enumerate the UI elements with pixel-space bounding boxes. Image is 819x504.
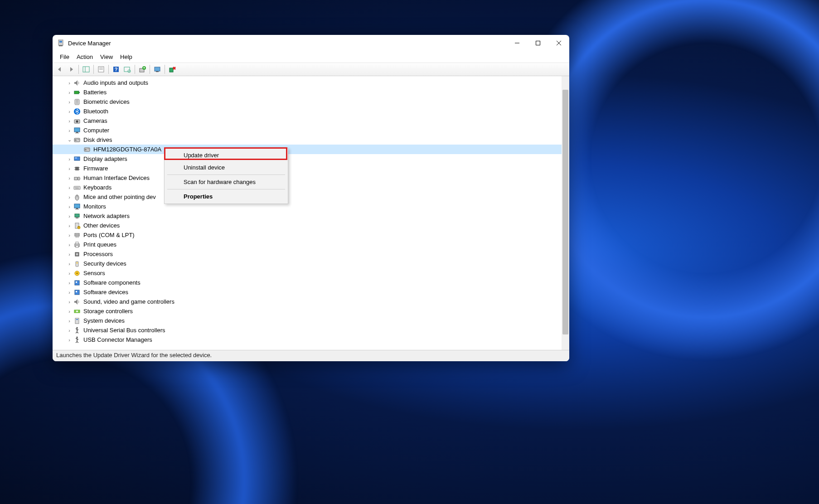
enable-device-button[interactable]: [152, 64, 163, 75]
chevron-icon[interactable]: ›: [66, 118, 73, 124]
tree-category[interactable]: ›Keyboards: [53, 183, 569, 192]
tree-device[interactable]: HFM128GDGTNG-87A0A: [53, 145, 569, 154]
menu-view[interactable]: View: [97, 53, 116, 61]
chevron-icon[interactable]: ›: [66, 261, 73, 267]
titlebar[interactable]: Device Manager: [53, 35, 569, 51]
tree-category[interactable]: ›USB Connector Managers: [53, 335, 569, 344]
tree-category[interactable]: ›Monitors: [53, 202, 569, 211]
svg-rect-48: [78, 187, 78, 188]
context-menu-separator: [167, 189, 285, 189]
tree-category[interactable]: ›Software components: [53, 278, 569, 287]
chevron-icon[interactable]: ›: [66, 128, 73, 133]
chevron-icon[interactable]: ›: [66, 166, 73, 171]
context-menu-item[interactable]: Uninstall device: [165, 161, 287, 174]
menu-action[interactable]: Action: [73, 53, 97, 61]
app-icon: [57, 39, 64, 47]
chevron-icon[interactable]: ›: [66, 271, 73, 276]
chevron-icon[interactable]: ›: [66, 213, 73, 219]
update-driver-button[interactable]: [137, 64, 148, 75]
chevron-icon[interactable]: ›: [66, 109, 73, 114]
tree-category[interactable]: ›Mice and other pointing dev: [53, 192, 569, 202]
tree-category[interactable]: ⌄Disk drives: [53, 135, 569, 145]
svg-rect-54: [75, 209, 79, 209]
tree-category[interactable]: ›Batteries: [53, 87, 569, 97]
chevron-icon[interactable]: ›: [66, 156, 73, 162]
tree-category[interactable]: ›Security devices: [53, 259, 569, 268]
chevron-icon[interactable]: ›: [66, 223, 73, 228]
tree-category[interactable]: ›Human Interface Devices: [53, 173, 569, 183]
tree-label: HFM128GDGTNG-87A0A: [93, 146, 161, 153]
tree-category[interactable]: ›Sensors: [53, 268, 569, 278]
tree-category[interactable]: ›Computer: [53, 126, 569, 135]
forward-button[interactable]: [66, 64, 77, 75]
chevron-icon[interactable]: ›: [66, 252, 73, 257]
tree-category[interactable]: ›Firmware: [53, 164, 569, 173]
chevron-icon[interactable]: ›: [66, 280, 73, 286]
tree-label: Display adapters: [83, 155, 127, 162]
chevron-icon[interactable]: ›: [66, 90, 73, 95]
tree-label: Computer: [83, 127, 109, 134]
minimize-button[interactable]: [507, 35, 528, 51]
tree-category[interactable]: ›Ports (COM & LPT): [53, 230, 569, 240]
properties-button[interactable]: [96, 64, 107, 75]
tree-category[interactable]: ›Print queues: [53, 240, 569, 249]
chevron-icon[interactable]: ›: [66, 204, 73, 209]
device-tree[interactable]: ›Audio inputs and outputs›Batteries›Biom…: [53, 76, 569, 350]
scrollbar-thumb[interactable]: [562, 90, 568, 334]
scan-hardware-button[interactable]: [122, 64, 133, 75]
tree-category[interactable]: ›Audio inputs and outputs: [53, 78, 569, 87]
chevron-icon[interactable]: ›: [66, 99, 73, 105]
tree-category[interactable]: ›Storage controllers: [53, 306, 569, 316]
speaker-icon: [73, 79, 81, 87]
chevron-icon[interactable]: ›: [66, 80, 73, 86]
tree-category[interactable]: ›?Other devices: [53, 221, 569, 230]
tree-category[interactable]: ›Bluetooth: [53, 107, 569, 116]
tree-category[interactable]: ›Network adapters: [53, 211, 569, 221]
chevron-icon[interactable]: ›: [66, 185, 73, 190]
tree-category[interactable]: ›Display adapters: [53, 154, 569, 164]
tree-category[interactable]: ›System devices: [53, 316, 569, 325]
chevron-icon[interactable]: ›: [66, 309, 73, 314]
tree-category[interactable]: ›Universal Serial Bus controllers: [53, 325, 569, 335]
show-hide-tree-button[interactable]: [81, 64, 92, 75]
chevron-icon[interactable]: ›: [66, 233, 73, 238]
tree-category[interactable]: ›Processors: [53, 249, 569, 259]
close-button[interactable]: [548, 35, 569, 51]
help-button[interactable]: ?: [111, 64, 121, 75]
chevron-icon[interactable]: ›: [66, 175, 73, 181]
context-menu-item[interactable]: Scan for hardware changes: [165, 176, 287, 188]
svg-point-26: [76, 120, 78, 122]
uninstall-device-button[interactable]: [167, 64, 178, 75]
chevron-icon[interactable]: ›: [66, 290, 73, 295]
chevron-icon[interactable]: ›: [66, 318, 73, 324]
context-menu-item[interactable]: Properties: [165, 190, 287, 203]
chevron-icon[interactable]: ›: [66, 337, 73, 343]
svg-rect-19: [156, 71, 159, 72]
scrollbar[interactable]: [562, 76, 569, 350]
chevron-icon[interactable]: ›: [66, 242, 73, 247]
maximize-button[interactable]: [528, 35, 548, 51]
device-manager-window: Device Manager File Action View Help ? ›…: [53, 35, 569, 361]
menubar: File Action View Help: [53, 51, 569, 63]
svg-rect-67: [76, 253, 78, 255]
chevron-icon[interactable]: ›: [66, 299, 73, 305]
menu-help[interactable]: Help: [116, 53, 136, 61]
chevron-icon[interactable]: ⌄: [66, 137, 73, 143]
tree-category[interactable]: ›Biometric devices: [53, 97, 569, 107]
chevron-icon[interactable]: ›: [66, 328, 73, 333]
speaker-icon: [73, 298, 81, 305]
svg-point-44: [78, 177, 80, 180]
tree-category[interactable]: ›Sound, video and game controllers: [53, 297, 569, 306]
context-menu-item[interactable]: Update driver: [165, 149, 287, 161]
svg-rect-2: [59, 45, 63, 46]
menu-file[interactable]: File: [56, 53, 73, 61]
chevron-icon[interactable]: ›: [66, 194, 73, 200]
back-button[interactable]: [54, 64, 65, 75]
tree-label: Other devices: [83, 222, 120, 229]
tree-category[interactable]: ›Software devices: [53, 287, 569, 297]
svg-rect-38: [75, 167, 79, 170]
tree-category[interactable]: ›Cameras: [53, 116, 569, 126]
network-icon: [73, 213, 81, 220]
tree-label: Cameras: [83, 117, 107, 124]
display-icon: [73, 155, 81, 163]
